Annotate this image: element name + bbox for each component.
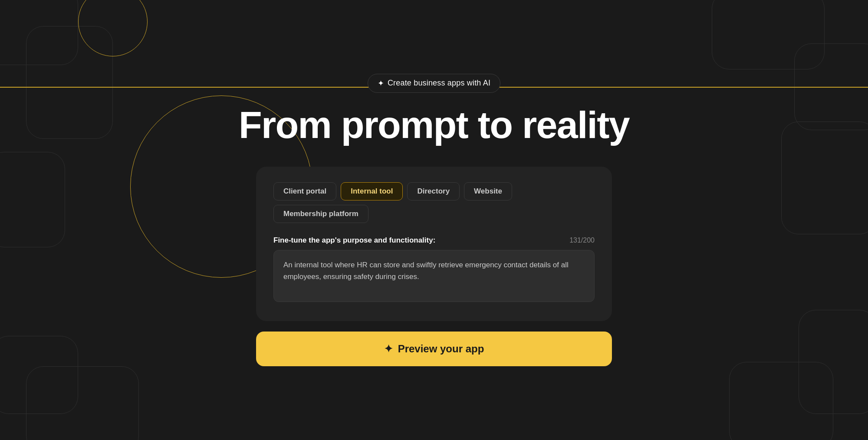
tab-directory[interactable]: Directory <box>407 182 460 200</box>
ai-badge: ✦ Create business apps with AI <box>368 74 500 93</box>
preview-button[interactable]: ✦ Preview your app <box>256 332 612 366</box>
sparkle-badge-icon: ✦ <box>378 79 384 88</box>
tab-client-portal[interactable]: Client portal <box>273 182 336 200</box>
tab-membership-platform[interactable]: Membership platform <box>273 205 368 223</box>
bg-circle-small <box>78 0 148 56</box>
main-heading: From prompt to reality <box>239 105 629 145</box>
tab-internal-tool[interactable]: Internal tool <box>341 182 403 200</box>
preview-button-label: Preview your app <box>398 343 484 355</box>
bg-rect-3 <box>712 0 825 69</box>
tab-website[interactable]: Website <box>464 182 512 200</box>
main-content: ✦ Create business apps with AI From prom… <box>0 74 868 366</box>
bg-rect-9 <box>729 362 833 440</box>
bg-rect-1 <box>0 0 78 65</box>
sparkle-preview-icon: ✦ <box>384 343 393 355</box>
main-card: Client portal Internal tool Directory We… <box>256 167 612 321</box>
app-description-textarea[interactable] <box>273 250 595 302</box>
tabs-row: Client portal Internal tool Directory We… <box>273 182 595 223</box>
label-row: Fine-tune the app's purpose and function… <box>273 236 595 245</box>
char-count: 131/200 <box>569 236 595 244</box>
field-label: Fine-tune the app's purpose and function… <box>273 236 435 245</box>
ai-badge-text: Create business apps with AI <box>388 79 490 88</box>
bg-rect-7 <box>26 366 139 440</box>
